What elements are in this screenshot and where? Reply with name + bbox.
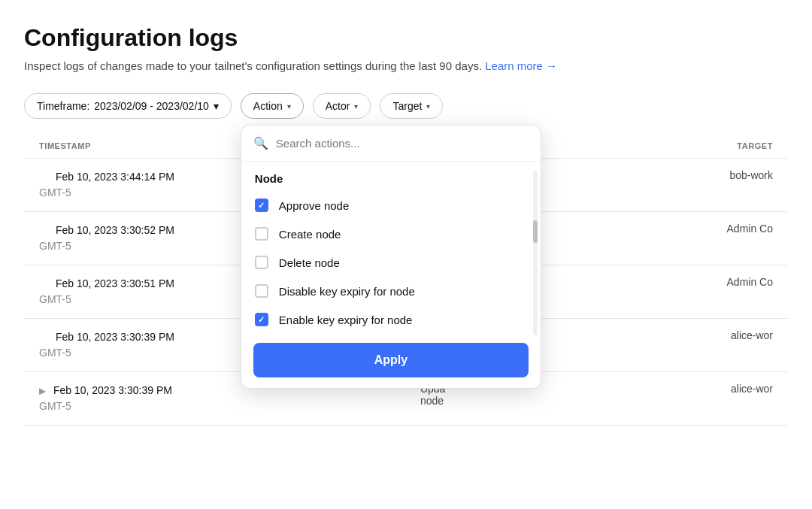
option-enable-key-expiry[interactable]: Enable key expiry for node: [241, 305, 541, 334]
actor-chevron-icon: ▾: [354, 102, 358, 111]
option-label-approve-node: Approve node: [279, 199, 349, 212]
option-label-create-node: Create node: [279, 228, 341, 241]
timestamp-value: Feb 10, 2023 3:30:39 PMGMT-5: [39, 384, 172, 412]
option-disable-key-expiry[interactable]: Disable key expiry for node: [241, 277, 541, 305]
action-filter-container: Action ▾ 🔍 Node Approve node Create node: [241, 93, 304, 119]
option-approve-node[interactable]: Approve node: [241, 191, 541, 220]
scrollbar-thumb[interactable]: [533, 220, 538, 243]
timeframe-label: Timeframe:: [37, 100, 89, 112]
col-target: TARGET: [618, 134, 788, 159]
target-chevron-icon: ▾: [426, 102, 430, 111]
checkbox-approve-node[interactable]: [255, 198, 268, 212]
scrollbar-track: [533, 171, 538, 335]
target-cell: alice-wor: [618, 319, 788, 372]
checkbox-create-node[interactable]: [255, 227, 268, 241]
timestamp-value: Feb 10, 2023 3:44:14 PMGMT-5: [39, 171, 174, 198]
timestamp-value: Feb 10, 2023 3:30:51 PMGMT-5: [39, 277, 174, 305]
action-filter-button[interactable]: Action ▾: [241, 93, 304, 119]
search-input[interactable]: [276, 137, 529, 150]
apply-button[interactable]: Apply: [253, 343, 529, 377]
action-dropdown-panel: 🔍 Node Approve node Create node Delete n…: [241, 125, 541, 389]
dropdown-search-row: 🔍: [241, 126, 541, 162]
action-filter-label: Action: [253, 100, 283, 112]
search-icon: 🔍: [253, 136, 268, 150]
option-delete-node[interactable]: Delete node: [241, 248, 541, 277]
timeframe-value: 2023/02/09 - 2023/02/10: [94, 100, 209, 112]
actor-filter-label: Actor: [326, 100, 350, 112]
timeframe-chevron-icon: ▾: [214, 100, 219, 112]
timestamp-value: Feb 10, 2023 3:30:39 PMGMT-5: [39, 331, 174, 359]
dropdown-group-label: Node: [241, 162, 541, 191]
timeframe-filter[interactable]: Timeframe:2023/02/09 - 2023/02/10 ▾: [24, 93, 232, 119]
learn-more-link[interactable]: Learn more →: [485, 59, 557, 72]
action-chevron-icon: ▾: [287, 102, 291, 111]
page-subtitle: Inspect logs of changes made to your tai…: [24, 59, 788, 72]
filters-row: Timeframe:2023/02/09 - 2023/02/10 ▾ Acti…: [24, 93, 788, 119]
checkbox-enable-key-expiry[interactable]: [255, 313, 268, 326]
actor-filter-button[interactable]: Actor ▾: [313, 93, 371, 119]
option-label-disable-key-expiry: Disable key expiry for node: [279, 285, 415, 298]
option-label-delete-node: Delete node: [279, 256, 340, 269]
target-filter-label: Target: [392, 100, 422, 112]
target-cell: bob-work: [618, 159, 788, 212]
option-create-node[interactable]: Create node: [241, 220, 541, 248]
checkbox-delete-node[interactable]: [255, 256, 268, 269]
dropdown-options: Approve node Create node Delete node Dis…: [241, 191, 541, 334]
timestamp-value: Feb 10, 2023 3:30:52 PMGMT-5: [39, 224, 174, 252]
option-label-enable-key-expiry: Enable key expiry for node: [279, 314, 413, 326]
target-cell: Admin Co: [618, 212, 788, 265]
page-title: Configuration logs: [24, 24, 788, 52]
target-cell: Admin Co: [618, 265, 788, 319]
target-cell: alice-wor: [618, 372, 788, 426]
expand-icon[interactable]: ▶: [39, 386, 46, 396]
target-filter-button[interactable]: Target ▾: [380, 93, 443, 119]
checkbox-disable-key-expiry[interactable]: [255, 284, 268, 298]
